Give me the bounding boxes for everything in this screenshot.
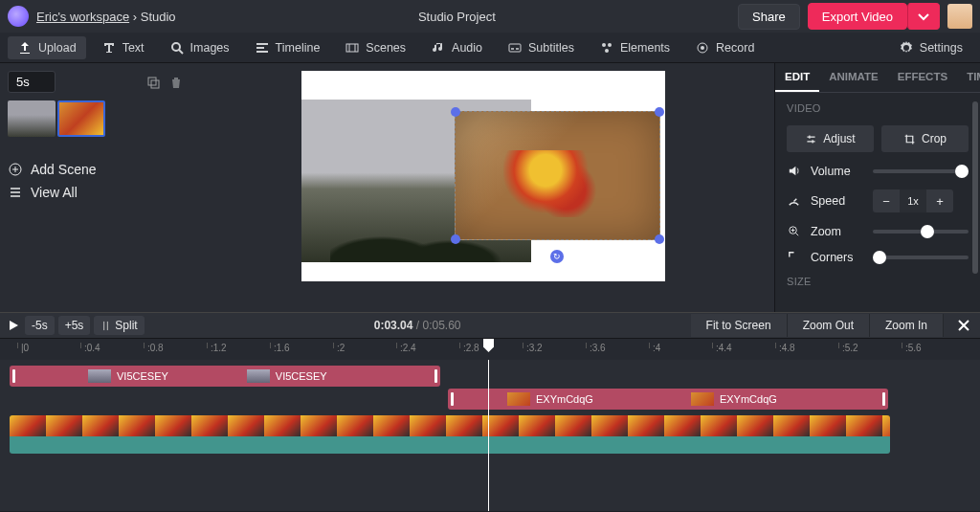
volume-slider[interactable] (873, 169, 969, 173)
audio-frame (10, 415, 46, 436)
properties-panel: EDIT ANIMATE EFFECTS TIMING VIDEO Adjust… (774, 63, 980, 312)
view-all-button[interactable]: View All (8, 185, 184, 200)
settings-button[interactable]: Settings (889, 36, 972, 59)
corners-slider[interactable] (873, 256, 969, 259)
speed-increment[interactable]: + (926, 189, 953, 212)
timeline-tool[interactable]: Timeline (245, 36, 330, 59)
ruler-tick: :5.2 (838, 343, 858, 348)
clip-handle-left[interactable] (12, 369, 15, 383)
ruler-tick: :5.6 (902, 343, 922, 348)
share-button[interactable]: Share (738, 4, 800, 30)
canvas[interactable]: ↻ (301, 71, 665, 281)
zoom-out-button[interactable]: Zoom Out (788, 314, 870, 337)
audio-frame (191, 415, 228, 436)
ruler-tick: :0.8 (144, 343, 164, 348)
video-clip-1[interactable]: VI5CESEY VI5CESEY (10, 366, 440, 387)
video-clip-2[interactable]: EXYmCdqG EXYmCdqG (448, 389, 888, 410)
audio-tool[interactable]: Audio (421, 36, 492, 59)
audio-frame (846, 415, 882, 436)
ruler-tick: :3.6 (586, 343, 606, 348)
svg-point-4 (608, 43, 612, 47)
copy-icon[interactable] (145, 75, 161, 90)
split-button[interactable]: Split (94, 316, 144, 335)
panel-scrollbar[interactable] (972, 101, 978, 274)
project-title[interactable]: Studio Project (184, 10, 731, 24)
clip-label: EXYmCdqG (720, 393, 777, 405)
clip-thumb (247, 369, 270, 383)
app-logo[interactable] (8, 6, 29, 27)
audio-frame (410, 415, 446, 436)
clip-handle-left[interactable] (451, 392, 454, 406)
adjust-button[interactable]: Adjust (787, 125, 874, 152)
svg-point-5 (605, 49, 609, 53)
zoom-in-button[interactable]: Zoom In (870, 314, 944, 337)
resize-handle-tl[interactable] (451, 107, 460, 117)
workspace-link[interactable]: Eric's workspace (36, 10, 129, 24)
playhead[interactable] (488, 360, 489, 511)
clip-thumb (88, 369, 111, 383)
text-icon (101, 40, 117, 56)
rotate-handle[interactable]: ↻ (550, 250, 564, 263)
clip-label: VI5CESEY (117, 370, 168, 382)
resize-handle-tr[interactable] (655, 107, 664, 117)
speed-decrement[interactable]: − (873, 189, 900, 212)
play-icon[interactable] (6, 318, 21, 333)
user-avatar[interactable] (947, 4, 972, 29)
ruler-tick: :3.2 (523, 343, 543, 348)
subtitles-tool[interactable]: Subtitles (498, 36, 584, 59)
record-tool[interactable]: Record (685, 36, 764, 59)
elements-tool[interactable]: Elements (590, 36, 679, 59)
timeline-icon (255, 40, 270, 56)
ruler-tick: :4 (649, 343, 660, 348)
ruler-tick: :2.4 (396, 343, 416, 348)
selected-clip[interactable]: ↻ (455, 111, 660, 240)
music-icon (431, 40, 446, 56)
breadcrumb-sep: › (133, 10, 137, 24)
scenes-icon (345, 40, 360, 56)
tab-timing[interactable]: TIMING (957, 63, 980, 92)
ruler-tick: :2 (333, 343, 345, 348)
chevron-down-icon (916, 9, 931, 24)
audio-frame (119, 415, 155, 436)
text-tool[interactable]: Text (92, 36, 154, 59)
thumbnail-1[interactable] (8, 100, 56, 137)
export-dropdown-button[interactable] (907, 3, 940, 30)
tab-effects[interactable]: EFFECTS (888, 63, 957, 92)
audio-frame (737, 415, 773, 436)
audio-frame (264, 415, 301, 436)
tab-edit[interactable]: EDIT (775, 63, 819, 92)
clip-thumb (507, 392, 530, 406)
audio-frame (628, 415, 664, 436)
scene-duration-input[interactable] (8, 71, 56, 93)
thumbnail-2[interactable] (57, 100, 105, 137)
scenes-tool[interactable]: Scenes (335, 36, 415, 59)
clip-handle-right[interactable] (882, 392, 885, 406)
audio-frame (301, 415, 337, 436)
images-tool[interactable]: Images (160, 36, 239, 59)
trash-icon[interactable] (168, 75, 184, 90)
upload-button[interactable]: Upload (8, 36, 86, 59)
ruler-tick: |0 (17, 343, 29, 348)
audio-frame (701, 415, 737, 436)
audio-frame (446, 415, 482, 436)
svg-point-0 (172, 43, 180, 51)
close-timeline-button[interactable] (953, 315, 974, 336)
crop-button[interactable]: Crop (881, 125, 969, 152)
svg-rect-1 (346, 44, 358, 52)
export-video-button[interactable]: Export Video (808, 3, 907, 30)
tab-animate[interactable]: ANIMATE (819, 63, 888, 92)
add-scene-button[interactable]: Add Scene (8, 162, 184, 177)
svg-rect-2 (509, 44, 521, 52)
plus-5s-button[interactable]: +5s (58, 316, 91, 335)
fit-to-screen-button[interactable]: Fit to Screen (691, 314, 788, 337)
zoom-slider[interactable] (873, 230, 969, 234)
minus-5s-button[interactable]: -5s (25, 316, 55, 335)
resize-handle-br[interactable] (655, 234, 664, 244)
resize-handle-bl[interactable] (451, 234, 460, 244)
list-icon (8, 185, 23, 200)
subtitles-icon (507, 40, 523, 56)
audio-clip[interactable] (10, 415, 890, 454)
clip-handle-right[interactable] (434, 369, 437, 383)
clip-label: VI5CESEY (276, 370, 327, 382)
sliders-icon (805, 133, 817, 145)
